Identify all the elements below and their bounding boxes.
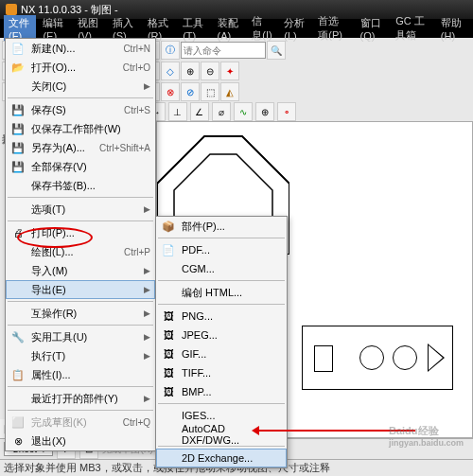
menu-item-label: 最近打开的部件(Y) [31,392,140,406]
menu-item-icon [10,348,26,363]
menu-item-label: IGES... [182,410,282,421]
menu-item[interactable]: 🖼PNG... [156,307,287,326]
menu-item-icon: 🔧 [10,329,26,344]
menu-item[interactable]: 关闭(C)▶ [6,77,155,96]
menu-item-label: 执行(T) [31,349,140,363]
tb-info-icon[interactable]: ⓘ [161,41,180,60]
tb-btn[interactable]: ⊥ [168,102,187,121]
menu-item-label: AutoCAD DXF/DWG... [182,423,282,446]
menu-item-icon: 💾 [10,140,26,155]
menu-item[interactable]: 🖼GIF... [156,344,287,363]
menu-item-label: 新建(N)... [31,42,123,56]
menu-item[interactable]: 导出(E)▶ [6,280,155,299]
menu-item-icon: ⬜ [10,414,26,430]
menu-item[interactable]: 🔧实用工具(U)▶ [6,327,155,346]
menu-item-shortcut: Ctrl+N [123,44,150,54]
menu-item-label: 导入(M) [31,264,140,278]
menu-tools[interactable]: 工具(T) [178,15,210,43]
file-menu-dropdown: 📄新建(N)...Ctrl+N📂打开(O)...Ctrl+O关闭(C)▶💾保存(… [5,38,156,451]
menu-help[interactable]: 帮助(H) [436,15,469,43]
menu-item-shortcut: Ctrl+P [124,247,150,257]
menu-item[interactable]: 编创 HTML... [156,283,287,302]
menu-item[interactable]: 💾仅保存工作部件(W) [6,119,155,138]
menu-item[interactable]: 📄PDF... [156,240,287,259]
app-icon [6,4,17,15]
menu-item[interactable]: 📂打开(O)...Ctrl+O [6,58,155,77]
tb-btn[interactable]: ◭ [220,82,239,101]
menu-prefs[interactable]: 首选项(P) [313,13,353,44]
submenu-arrow-icon: ▶ [144,332,150,342]
menu-item-icon: 🖨 [10,225,26,240]
menu-item[interactable]: 💾另存为(A)...Ctrl+Shift+A [6,138,155,157]
menu-item-icon [10,244,26,259]
menu-gc[interactable]: GC 工具箱 [391,13,434,44]
menu-item-icon [161,285,176,300]
menu-analysis[interactable]: 分析(L) [279,15,311,43]
tb-btn[interactable]: ⊖ [201,62,219,80]
menu-item[interactable]: AutoCAD DXF/DWG... [156,425,287,444]
menu-item-icon: 💾 [10,159,26,174]
menu-item-label: 另存为(A)... [31,141,99,155]
tb-zoom-icon[interactable]: ⊕ [181,62,200,80]
menu-item[interactable]: 绘图(L)...Ctrl+P [6,242,155,261]
tb-btn[interactable]: ✦ [220,62,239,80]
tb-btn[interactable]: ∿ [234,102,253,121]
menu-item[interactable]: 最近打开的部件(Y)▶ [6,389,155,408]
menu-item-icon [10,391,26,406]
menu-item-label: JPEG... [182,329,282,341]
menu-item-shortcut: Ctrl+Q [123,417,150,428]
menu-item-label: PDF... [182,244,282,256]
submenu-arrow-icon: ▶ [144,285,150,294]
menu-item[interactable]: 🖨打印(P)... [6,223,155,242]
menu-window[interactable]: 窗口(Q) [356,15,390,43]
menu-item[interactable]: 📦部件(P)... [156,217,287,236]
menu-item[interactable]: 🖼TIFF... [156,363,287,382]
tb-btn[interactable]: ⊘ [181,82,200,101]
menu-item[interactable]: 保存书签(B)... [6,176,155,195]
tb-btn[interactable]: ⊕ [255,102,274,121]
menu-item[interactable]: 💾保存(S)Ctrl+S [6,100,155,119]
menu-item[interactable]: 选项(T)▶ [6,200,155,219]
menu-item[interactable]: 📋属性(I)... [6,365,155,384]
menu-item-icon [161,427,176,442]
menu-item-icon: 🖼 [161,327,176,343]
menu-item-icon [10,263,26,278]
menu-item[interactable]: IGES... [156,406,287,425]
menu-item-label: 完成草图(K) [31,415,123,430]
menu-item[interactable]: 互操作(R)▶ [6,304,155,323]
menu-item[interactable]: CGM... [156,259,287,278]
menu-item[interactable]: ⊗退出(X) [6,432,155,450]
menu-assembly[interactable]: 装配(A) [213,15,246,43]
tb-btn[interactable]: ∠ [190,102,209,121]
menu-item-icon: 🖼 [161,384,176,399]
tb-btn[interactable]: ⚬ [277,102,296,121]
menu-item[interactable]: 导入(M)▶ [6,261,155,280]
menu-item-label: 导出(E) [31,283,140,297]
menu-item-icon: 💾 [10,121,26,136]
menu-item[interactable]: 🖼BMP... [156,382,287,401]
menu-item-label: 选项(T) [31,203,140,217]
menu-item-icon [161,408,176,423]
submenu-arrow-icon: ▶ [144,266,150,275]
menu-item-label: 打开(O)... [31,61,123,75]
tb-btn[interactable]: ⊗ [161,82,180,101]
menu-info[interactable]: 信息(I) [247,13,277,44]
menu-item-label: 打印(P)... [31,226,150,240]
menu-item[interactable]: 🖼JPEG... [156,326,287,344]
submenu-arrow-icon: ▶ [144,394,150,403]
menu-item[interactable]: 执行(T)▶ [6,346,155,365]
menu-item-label: GIF... [182,348,282,360]
menu-item-icon: 📄 [161,242,176,257]
tb-btn[interactable]: ⬚ [201,82,219,101]
menu-item[interactable]: 💾全部保存(V) [6,157,155,176]
drawing-view-2[interactable] [302,326,453,390]
menu-item-label: 编创 HTML... [182,286,282,300]
tb-btn[interactable]: ◇ [161,62,180,80]
submenu-arrow-icon: ▶ [144,351,150,361]
menu-item[interactable]: 2D Exchange... [156,449,287,467]
menu-item[interactable]: 📄新建(N)...Ctrl+N [6,39,155,58]
menu-item-icon [10,202,26,217]
tb-search-icon[interactable]: 🔍 [267,41,286,60]
tb-btn[interactable]: ⌀ [212,102,231,121]
command-input[interactable] [181,42,266,59]
